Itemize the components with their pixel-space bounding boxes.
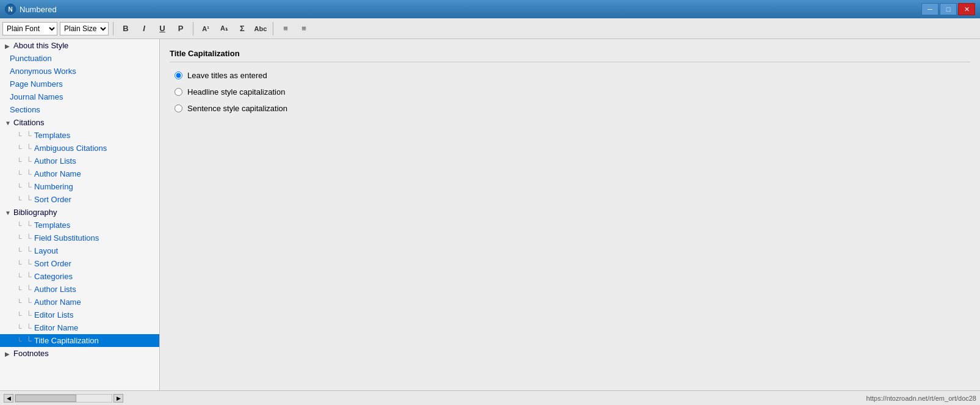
tree-connector-templates: └ (26, 131, 32, 140)
status-url: https://ntozroadn.net/rt/em_ort/doc28 (867, 395, 976, 402)
italic-button[interactable]: I (136, 22, 152, 35)
sidebar-item-about[interactable]: ▶ About this Style (0, 39, 159, 52)
align-justify-button[interactable]: ≡ (296, 22, 312, 35)
sidebar-item-categories[interactable]: └Categories (0, 270, 159, 283)
maximize-button[interactable]: □ (940, 3, 957, 15)
font-size-select[interactable]: Plain Size (60, 22, 109, 35)
tree-connector-sortOrder: └ (26, 195, 32, 204)
sigma-button[interactable]: Σ (234, 22, 250, 35)
sidebar-label-authorLists: Author Lists (34, 156, 76, 166)
sidebar-item-titleCap[interactable]: └Title Capitalization (0, 334, 159, 347)
sidebar: ▶ About this StylePunctuationAnonymous W… (0, 39, 160, 390)
radio-item-headline[interactable]: Headline style capitalization (175, 87, 970, 97)
sidebar-label-bibTemplates: Templates (34, 221, 70, 230)
window-title: Numbered (20, 5, 921, 14)
sidebar-label-authorName: Author Name (34, 169, 81, 178)
sidebar-item-punctuation[interactable]: Punctuation (0, 52, 159, 65)
sidebar-label-anonymous: Anonymous Works (10, 67, 76, 76)
tree-connector-editorLists: └ (26, 310, 32, 319)
sidebar-item-pageNumbers[interactable]: Page Numbers (0, 78, 159, 90)
expand-icon-about: ▶ (5, 43, 13, 49)
sidebar-item-layout[interactable]: └Layout (0, 244, 159, 257)
status-bar: ◀ ▶ https://ntozroadn.net/rt/em_ort/doc2… (0, 390, 980, 405)
radio-label-sentence: Sentence style capitalization (187, 104, 287, 113)
sidebar-label-bibAuthorName: Author Name (34, 297, 81, 307)
radio-input-headline[interactable] (175, 88, 182, 96)
sidebar-item-footnotes[interactable]: ▶ Footnotes (0, 347, 159, 360)
sidebar-item-citations[interactable]: ▼ Citations (0, 116, 159, 129)
sidebar-item-ambiguous[interactable]: └Ambiguous Citations (0, 142, 159, 155)
radio-item-sentence[interactable]: Sentence style capitalization (175, 104, 970, 113)
tree-connector-bibTemplates: └ (26, 221, 32, 230)
align-left-button[interactable]: ≡ (278, 22, 294, 35)
expand-icon-bibliography: ▼ (5, 210, 13, 216)
sidebar-label-footnotes: Footnotes (13, 349, 49, 358)
sidebar-item-editorName[interactable]: └Editor Name (0, 321, 159, 334)
content-area: Title Capitalization Leave titles as ent… (160, 39, 980, 390)
radio-label-leave: Leave titles as entered (187, 71, 267, 80)
scroll-track (15, 394, 112, 403)
scroll-controls: ◀ ▶ (4, 394, 123, 403)
tree-connector-bibAuthorName: └ (26, 297, 32, 307)
sidebar-label-ambiguous: Ambiguous Citations (34, 144, 107, 153)
sidebar-label-categories: Categories (34, 272, 73, 281)
font-family-select[interactable]: Plain Font (2, 22, 57, 35)
sidebar-label-editorLists: Editor Lists (34, 310, 73, 319)
scroll-right-button[interactable]: ▶ (113, 394, 123, 403)
sidebar-item-numbering[interactable]: └Numbering (0, 180, 159, 193)
radio-input-sentence[interactable] (175, 104, 182, 112)
tree-connector-authorLists: └ (26, 156, 32, 166)
sidebar-item-anonymous[interactable]: Anonymous Works (0, 65, 159, 78)
scroll-left-button[interactable]: ◀ (4, 394, 13, 403)
sidebar-item-bibAuthorName[interactable]: └Author Name (0, 296, 159, 308)
bold-button[interactable]: B (118, 22, 134, 35)
toolbar: Plain Font Plain Size B I U P A¹ A₁ Σ Ab… (0, 18, 980, 39)
sidebar-item-bibSortOrder[interactable]: └Sort Order (0, 257, 159, 270)
sidebar-label-bibAuthorLists: Author Lists (34, 285, 76, 294)
sidebar-item-authorName[interactable]: └Author Name (0, 167, 159, 180)
sidebar-label-numbering: Numbering (34, 182, 73, 191)
sidebar-item-journalNames[interactable]: Journal Names (0, 90, 159, 103)
sidebar-item-editorLists[interactable]: └Editor Lists (0, 308, 159, 321)
sidebar-item-fieldSubs[interactable]: └Field Substitutions (0, 232, 159, 244)
tree-connector-bibAuthorLists: └ (26, 285, 32, 294)
sidebar-label-about: About this Style (13, 41, 68, 50)
sidebar-item-bibliography[interactable]: ▼ Bibliography (0, 206, 159, 219)
expand-icon-footnotes: ▶ (5, 351, 13, 357)
sidebar-scroll[interactable]: ▶ About this StylePunctuationAnonymous W… (0, 39, 159, 390)
window-controls: ─ □ ✕ (921, 3, 975, 15)
sidebar-label-bibSortOrder: Sort Order (34, 259, 71, 268)
abc-button[interactable]: Abc (253, 22, 268, 35)
tree-connector-editorName: └ (26, 323, 32, 332)
sidebar-label-templates: Templates (34, 131, 70, 140)
sidebar-item-sortOrder[interactable]: └Sort Order (0, 193, 159, 206)
sidebar-item-templates[interactable]: └Templates (0, 129, 159, 142)
section-title: Title Capitalization (170, 49, 970, 62)
sidebar-item-sections[interactable]: Sections (0, 103, 159, 116)
radio-item-leave[interactable]: Leave titles as entered (175, 71, 970, 80)
subscript-button[interactable]: A₁ (216, 22, 232, 35)
radio-group: Leave titles as enteredHeadline style ca… (175, 71, 970, 113)
sidebar-label-editorName: Editor Name (34, 323, 78, 332)
plain-button[interactable]: P (173, 22, 189, 35)
tree-connector-bibSortOrder: └ (26, 259, 32, 268)
sidebar-item-bibTemplates[interactable]: └Templates (0, 219, 159, 232)
toolbar-separator-2 (193, 22, 193, 35)
main-container: ▶ About this StylePunctuationAnonymous W… (0, 39, 980, 390)
sidebar-label-sections: Sections (10, 105, 40, 114)
sidebar-item-bibAuthorLists[interactable]: └Author Lists (0, 283, 159, 296)
radio-input-leave[interactable] (175, 71, 182, 79)
superscript-button[interactable]: A¹ (198, 22, 214, 35)
tree-connector-authorName: └ (26, 169, 32, 178)
minimize-button[interactable]: ─ (921, 3, 939, 15)
tree-connector-numbering: └ (26, 182, 32, 191)
underline-button[interactable]: U (154, 22, 170, 35)
tree-connector-layout: └ (26, 246, 32, 255)
tree-connector-ambiguous: └ (26, 144, 32, 153)
close-button[interactable]: ✕ (958, 3, 975, 15)
toolbar-separator-1 (113, 22, 113, 35)
toolbar-separator-3 (273, 22, 273, 35)
sidebar-label-journalNames: Journal Names (10, 92, 63, 101)
sidebar-item-authorLists[interactable]: └Author Lists (0, 155, 159, 167)
sidebar-label-sortOrder: Sort Order (34, 195, 71, 204)
